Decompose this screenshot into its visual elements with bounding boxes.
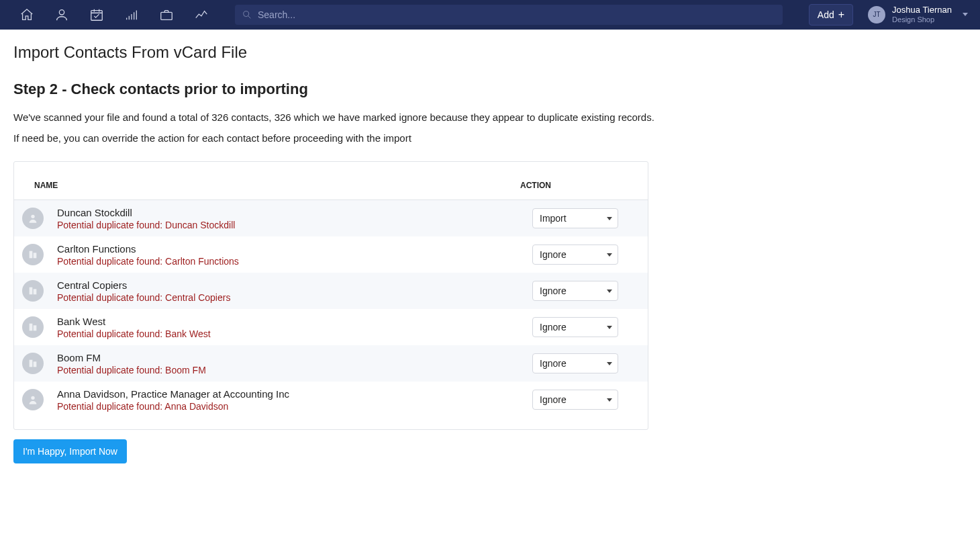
step-description-2: If need be, you can override the action …: [13, 132, 967, 144]
svg-rect-6: [34, 253, 37, 258]
action-value: Ignore: [540, 394, 567, 405]
svg-point-3: [244, 11, 249, 17]
contact-name: Carlton Functions: [57, 243, 532, 255]
person-icon: [22, 208, 44, 229]
reports-icon[interactable]: [187, 0, 216, 30]
action-dropdown[interactable]: Ignore: [532, 390, 618, 410]
table-row: Carlton FunctionsPotential duplicate fou…: [14, 236, 648, 273]
col-name: NAME: [34, 181, 520, 190]
step-description-1: We've scanned your file and found a tota…: [13, 112, 967, 123]
page-title: Import Contacts From vCard File: [13, 43, 967, 62]
home-icon[interactable]: [12, 0, 42, 30]
page-body: Import Contacts From vCard File Step 2 -…: [0, 30, 980, 477]
action-dropdown[interactable]: Import: [532, 208, 618, 228]
table-row: Central CopiersPotential duplicate found…: [14, 273, 648, 309]
duplicate-warning: Potential duplicate found: Bank West: [57, 328, 532, 339]
duplicate-warning: Potential duplicate found: Duncan Stockd…: [57, 220, 532, 230]
svg-rect-11: [30, 360, 33, 367]
duplicate-warning: Potential duplicate found: Central Copie…: [57, 292, 532, 303]
people-icon[interactable]: [47, 0, 77, 30]
user-name: Joshua Tiernan: [892, 5, 952, 15]
plus-icon: +: [838, 9, 844, 20]
action-dropdown[interactable]: Ignore: [532, 317, 618, 337]
organisation-icon: [22, 280, 44, 302]
contact-name: Anna Davidson, Practice Manager at Accou…: [57, 388, 532, 400]
organisation-icon: [22, 244, 44, 265]
contact-name: Boom FM: [57, 352, 532, 363]
organisation-icon: [22, 353, 44, 374]
table-row: Boom FMPotential duplicate found: Boom F…: [14, 345, 648, 382]
top-nav: Add + JT Joshua Tiernan Design Shop: [0, 0, 980, 30]
action-value: Ignore: [540, 249, 567, 260]
svg-rect-2: [161, 12, 173, 19]
avatar: JT: [868, 6, 885, 24]
svg-point-13: [31, 396, 34, 400]
svg-rect-8: [34, 289, 37, 294]
table-row: Anna Davidson, Practice Manager at Accou…: [14, 382, 648, 418]
action-dropdown[interactable]: Ignore: [532, 353, 618, 373]
step-title: Step 2 - Check contacts prior to importi…: [13, 81, 967, 98]
action-dropdown[interactable]: Ignore: [532, 244, 618, 265]
action-value: Ignore: [540, 358, 567, 369]
action-value: Ignore: [540, 285, 567, 296]
search-icon: [242, 9, 252, 20]
svg-point-4: [31, 215, 34, 218]
add-button[interactable]: Add +: [809, 4, 853, 26]
col-action: ACTION: [520, 181, 628, 190]
organisation-icon: [22, 316, 44, 338]
svg-point-0: [59, 10, 64, 15]
svg-rect-12: [34, 361, 37, 367]
svg-rect-7: [30, 287, 33, 295]
table-row: Duncan StockdillPotential duplicate foun…: [14, 200, 648, 236]
chevron-down-icon: [607, 362, 612, 365]
user-org: Design Shop: [892, 15, 952, 24]
action-value: Import: [540, 213, 567, 224]
contacts-panel: NAME ACTION Duncan StockdillPotential du…: [13, 161, 648, 430]
search-box[interactable]: [235, 5, 783, 25]
import-now-button[interactable]: I'm Happy, Import Now: [13, 439, 127, 463]
chevron-down-icon: [607, 290, 612, 293]
pipeline-icon[interactable]: [117, 0, 146, 30]
search-input[interactable]: [258, 9, 776, 20]
svg-rect-10: [34, 325, 37, 330]
cases-icon[interactable]: [152, 0, 181, 30]
calendar-icon[interactable]: [82, 0, 111, 30]
chevron-down-icon: [607, 253, 612, 257]
svg-rect-9: [30, 324, 33, 331]
user-menu[interactable]: JT Joshua Tiernan Design Shop: [868, 5, 968, 24]
action-value: Ignore: [540, 322, 567, 332]
chevron-down-icon: [607, 217, 612, 220]
svg-rect-5: [30, 251, 33, 259]
chevron-down-icon: [963, 13, 968, 16]
duplicate-warning: Potential duplicate found: Carlton Funct…: [57, 256, 532, 267]
chevron-down-icon: [607, 326, 612, 329]
action-dropdown[interactable]: Ignore: [532, 281, 618, 301]
person-icon: [22, 389, 44, 410]
contact-name: Central Copiers: [57, 279, 532, 291]
duplicate-warning: Potential duplicate found: Boom FM: [57, 365, 532, 375]
svg-rect-1: [91, 11, 103, 21]
table-header: NAME ACTION: [14, 162, 648, 200]
duplicate-warning: Potential duplicate found: Anna Davidson: [57, 401, 532, 412]
contact-name: Bank West: [57, 316, 532, 327]
add-label: Add: [818, 9, 834, 20]
table-row: Bank WestPotential duplicate found: Bank…: [14, 309, 648, 345]
contact-name: Duncan Stockdill: [57, 207, 532, 218]
table-rows: Duncan StockdillPotential duplicate foun…: [14, 200, 648, 426]
chevron-down-icon: [607, 398, 612, 402]
